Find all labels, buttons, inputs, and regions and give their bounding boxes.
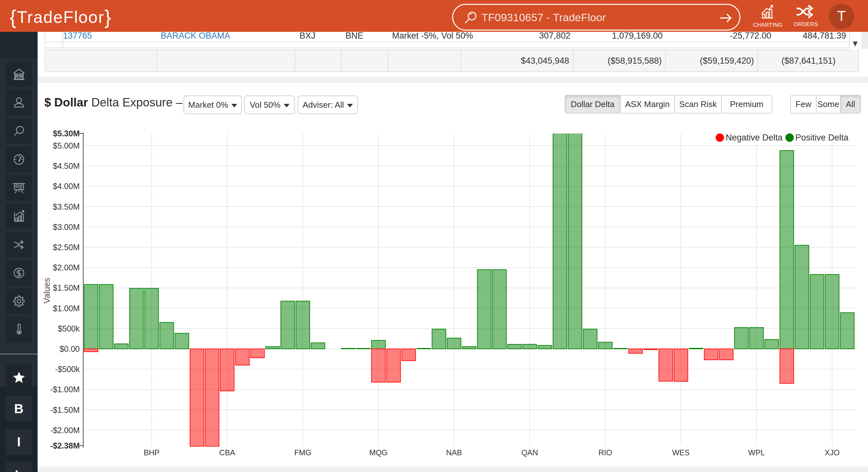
svg-text:XJO: XJO <box>825 448 840 457</box>
svg-text:Negative Delta: Negative Delta <box>726 133 783 142</box>
svg-text:-$2.38M: -$2.38M <box>50 441 80 450</box>
svg-text:BHP: BHP <box>144 448 159 457</box>
svg-text:-$500k: -$500k <box>55 364 80 374</box>
svg-text:Positive Delta: Positive Delta <box>795 133 849 142</box>
svg-text:$3.00M: $3.00M <box>53 223 80 232</box>
svg-text:-$2.00M: -$2.00M <box>50 426 80 435</box>
svg-text:QAN: QAN <box>521 448 538 457</box>
svg-text:WES: WES <box>672 448 690 457</box>
svg-text:RIO: RIO <box>598 448 612 457</box>
svg-text:$5.30M: $5.30M <box>53 129 80 138</box>
svg-text:$2.50M: $2.50M <box>53 243 80 252</box>
svg-text:$4.00M: $4.00M <box>53 182 80 191</box>
svg-text:NAB: NAB <box>446 448 462 457</box>
svg-text:$0.00: $0.00 <box>59 344 80 353</box>
svg-text:$1.50M: $1.50M <box>53 283 80 292</box>
svg-text:FMG: FMG <box>294 448 311 457</box>
svg-text:-$1.00M: -$1.00M <box>50 385 80 394</box>
svg-text:CBA: CBA <box>219 448 235 457</box>
svg-text:WPL: WPL <box>748 448 765 457</box>
svg-text:$4.50M: $4.50M <box>53 161 80 170</box>
svg-text:-$1.50M: -$1.50M <box>50 406 80 414</box>
svg-text:Values: Values <box>42 278 52 304</box>
svg-text:$1.00M: $1.00M <box>53 304 80 313</box>
svg-text:$5.00M: $5.00M <box>53 141 80 150</box>
svg-text:$2.00M: $2.00M <box>53 263 80 272</box>
svg-text:$3.50M: $3.50M <box>53 202 80 211</box>
svg-text:$500k: $500k <box>58 324 80 333</box>
svg-text:MQG: MQG <box>369 448 388 457</box>
